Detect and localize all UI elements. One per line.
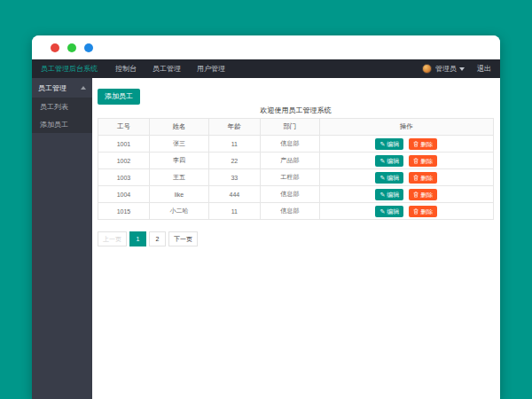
user-name: 管理员	[435, 65, 457, 73]
cell-employee-id: 1004	[98, 186, 150, 203]
table-header-row: 工号 姓名 年龄 部门 操作	[98, 119, 494, 136]
delete-icon	[413, 192, 419, 198]
cell-employee-age: 22	[208, 153, 260, 169]
pagination-prev-button[interactable]: 上一页	[98, 231, 127, 246]
cell-employee-dept: 产品部	[260, 153, 319, 169]
add-employee-button[interactable]: 添加员工	[98, 89, 140, 105]
cell-employee-name: 小二哈	[149, 203, 208, 220]
edit-button[interactable]: ✎编辑	[375, 206, 403, 217]
sidebar-submenu: 员工列表 添加员工	[32, 98, 92, 133]
app-brand[interactable]: 员工管理后台系统	[41, 64, 98, 74]
cell-actions: ✎编辑 删除	[319, 153, 493, 169]
edit-icon: ✎	[379, 175, 385, 181]
cell-employee-id: 1015	[98, 203, 150, 220]
cell-actions: ✎编辑 删除	[319, 186, 493, 203]
cell-employee-dept: 信息部	[260, 203, 319, 220]
close-window-icon[interactable]	[51, 43, 59, 52]
sidebar-item-employee-list[interactable]: 员工列表	[32, 98, 92, 115]
avatar	[422, 64, 432, 74]
edit-icon: ✎	[379, 208, 385, 215]
edit-button[interactable]: ✎编辑	[375, 155, 403, 167]
sidebar: 员工管理 员工列表 添加员工	[32, 78, 92, 399]
table-row: 1002 李四 22 产品部 ✎编辑 删除	[98, 153, 494, 169]
delete-button[interactable]: 删除	[409, 155, 437, 167]
nav-item-console[interactable]: 控制台	[115, 64, 137, 74]
delete-button[interactable]: 删除	[409, 206, 437, 217]
edit-button[interactable]: ✎编辑	[375, 189, 403, 200]
column-header-name: 姓名	[149, 119, 208, 136]
cell-employee-id: 1001	[98, 136, 150, 153]
employee-table: 工号 姓名 年龄 部门 操作 1001 张三 11 信息部 ✎编辑 删除 100…	[98, 118, 494, 220]
cell-employee-id: 1002	[98, 153, 150, 169]
cell-employee-dept: 工程部	[260, 169, 319, 186]
user-menu[interactable]: 管理员	[435, 64, 465, 74]
pagination-page-2-button[interactable]: 2	[149, 231, 166, 246]
delete-icon	[413, 208, 419, 215]
main-content: 添加员工 欢迎使用员工管理系统 工号 姓名 年龄 部门 操作 1001 张三	[92, 78, 500, 399]
cell-employee-name: like	[149, 186, 208, 203]
table-row: 1015 小二哈 11 信息部 ✎编辑 删除	[98, 203, 494, 220]
cell-employee-age: 444	[208, 186, 260, 203]
chevron-up-icon	[81, 86, 86, 90]
navbar-user-area: 管理员 退出	[422, 64, 491, 74]
cell-employee-age: 11	[208, 136, 260, 153]
cell-employee-name: 张三	[149, 136, 208, 153]
employee-table-body: 1001 张三 11 信息部 ✎编辑 删除 1002 李四 22 产品部 ✎编辑…	[98, 136, 494, 220]
browser-window: 员工管理后台系统 控制台 员工管理 用户管理 管理员 退出 员工管理 员工列表 …	[32, 35, 500, 399]
cell-employee-name: 王五	[149, 169, 208, 186]
delete-icon	[413, 158, 419, 164]
table-row: 1004 like 444 信息部 ✎编辑 删除	[98, 186, 494, 203]
delete-button[interactable]: 删除	[409, 172, 437, 184]
page-title: 欢迎使用员工管理系统	[98, 106, 494, 115]
delete-icon	[413, 141, 419, 147]
pagination-next-button[interactable]: 下一页	[168, 231, 198, 246]
cell-employee-name: 李四	[149, 153, 208, 169]
browser-chrome-bar	[32, 35, 500, 59]
cell-actions: ✎编辑 删除	[319, 136, 493, 153]
nav-item-employee-mgmt[interactable]: 员工管理	[153, 64, 181, 74]
nav-item-user-mgmt[interactable]: 用户管理	[197, 64, 225, 74]
minimize-window-icon[interactable]	[67, 43, 76, 52]
sidebar-group-employee-mgmt[interactable]: 员工管理	[32, 78, 92, 98]
edit-icon: ✎	[379, 141, 385, 147]
delete-icon	[413, 175, 419, 181]
delete-button[interactable]: 删除	[409, 189, 437, 200]
column-header-age: 年龄	[208, 119, 260, 136]
pagination-page-1-button[interactable]: 1	[129, 231, 146, 246]
edit-icon: ✎	[379, 158, 385, 164]
column-header-id: 工号	[98, 119, 150, 136]
table-row: 1003 王五 33 工程部 ✎编辑 删除	[98, 169, 494, 186]
edit-button[interactable]: ✎编辑	[375, 172, 403, 184]
cell-employee-dept: 信息部	[260, 186, 319, 203]
pagination: 上一页 1 2 下一页	[98, 231, 494, 246]
cell-employee-age: 33	[208, 169, 260, 186]
sidebar-item-add-employee[interactable]: 添加员工	[32, 115, 92, 133]
cell-employee-id: 1003	[98, 169, 150, 186]
column-header-actions: 操作	[319, 119, 493, 136]
column-header-dept: 部门	[260, 119, 319, 136]
chevron-down-icon	[459, 67, 465, 71]
edit-button[interactable]: ✎编辑	[375, 138, 403, 150]
logout-link[interactable]: 退出	[477, 64, 491, 74]
cell-employee-age: 11	[208, 203, 260, 220]
edit-icon: ✎	[379, 192, 385, 198]
maximize-window-icon[interactable]	[84, 43, 93, 52]
delete-button[interactable]: 删除	[409, 138, 437, 150]
cell-actions: ✎编辑 删除	[319, 203, 493, 220]
table-row: 1001 张三 11 信息部 ✎编辑 删除	[98, 136, 494, 153]
sidebar-group-label: 员工管理	[38, 83, 66, 93]
cell-employee-dept: 信息部	[260, 136, 319, 153]
cell-actions: ✎编辑 删除	[319, 169, 493, 186]
top-navbar: 员工管理后台系统 控制台 员工管理 用户管理 管理员 退出	[32, 59, 500, 78]
